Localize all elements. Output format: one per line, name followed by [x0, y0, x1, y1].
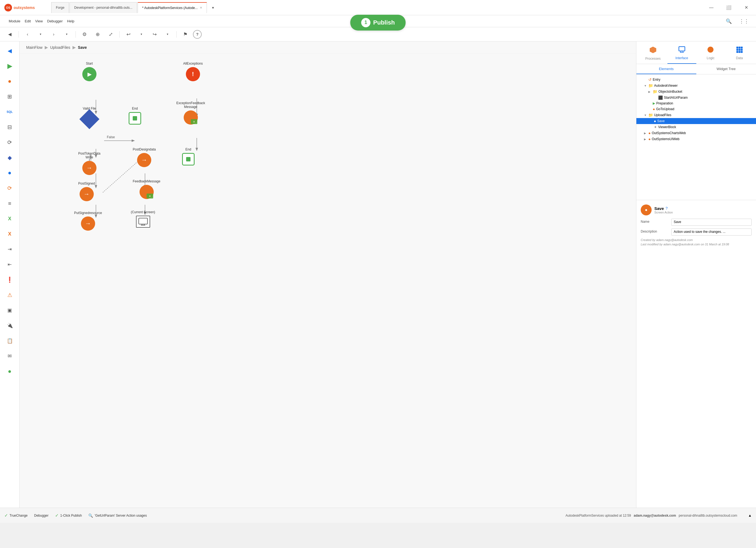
allexceptions-node[interactable]: AllExceptions !: [183, 62, 203, 81]
tree-item-uploadfiles[interactable]: ▼ 📁 UploadFiles: [636, 112, 756, 118]
tree-item-objects[interactable]: ▶ 📁 ObjectsInBucket: [636, 89, 756, 95]
tab-elements[interactable]: Elements: [636, 64, 696, 74]
statusbar-chevron[interactable]: ▲: [748, 513, 752, 517]
valid-file-diamond[interactable]: [79, 109, 99, 129]
menu-module[interactable]: Module: [7, 18, 23, 24]
undo-dropdown-btn[interactable]: ▾: [136, 29, 147, 39]
sidebar-sql-icon[interactable]: SQL: [3, 105, 17, 119]
allexceptions-circle[interactable]: !: [186, 67, 200, 81]
back-btn[interactable]: ‹: [22, 29, 33, 39]
get-url-status[interactable]: 🔍 'GetUrlParam' Server Action usages: [88, 513, 147, 518]
post-signed-arrow[interactable]: →: [80, 187, 94, 201]
sidebar-error-icon[interactable]: ❗: [3, 272, 17, 287]
sidebar-diamond-icon[interactable]: ◆: [3, 150, 17, 165]
objects-arrow[interactable]: ▶: [648, 90, 652, 93]
sidebar-blocks-icon[interactable]: ⊟: [3, 120, 17, 134]
prop-help-icon[interactable]: ?: [666, 206, 668, 210]
uploadfiles-arrow[interactable]: ▼: [644, 114, 647, 117]
tree-item-save[interactable]: ● Save: [636, 118, 756, 124]
sidebar-table-icon[interactable]: ⊞: [3, 89, 17, 104]
sidebar-screen-icon[interactable]: ▣: [3, 303, 17, 317]
move-btn[interactable]: ⤢: [105, 29, 116, 39]
tab-main[interactable]: * AutodeskPlatformServices (Autode... ✕: [138, 2, 207, 13]
add-btn[interactable]: ⊕: [92, 29, 103, 39]
back-dropdown-btn[interactable]: ▾: [35, 29, 46, 39]
put-signed-arrow[interactable]: →: [81, 216, 95, 231]
tree-item-entry[interactable]: ↺ Entry: [636, 77, 756, 83]
start-circle[interactable]: ▶: [82, 67, 96, 81]
tab-processes[interactable]: Processes: [639, 44, 667, 64]
uiweb-arrow[interactable]: ▶: [644, 138, 647, 141]
help-btn[interactable]: ?: [193, 30, 202, 39]
sidebar-orange-icon[interactable]: ●: [3, 74, 17, 88]
tab-data[interactable]: Data: [725, 44, 754, 64]
fwd-btn[interactable]: ›: [48, 29, 59, 39]
tree-item-autodeskvw[interactable]: ▼ 📁 AutodeskViewer: [636, 83, 756, 89]
sidebar-mail-icon[interactable]: ✉: [3, 349, 17, 363]
menu-edit[interactable]: Edit: [23, 18, 33, 24]
tree-item-viewerblock[interactable]: ✦ ViewerBlock: [636, 124, 756, 130]
end-square[interactable]: [129, 112, 141, 125]
sidebar-xl-green-icon[interactable]: X: [3, 211, 17, 226]
undo-btn[interactable]: ↩: [123, 29, 134, 39]
sidebar-refresh-icon[interactable]: ⟳: [3, 135, 17, 149]
current-screen-node[interactable]: (Current Screen): [131, 210, 155, 228]
settings-btn[interactable]: ⚙: [79, 29, 90, 39]
tab-forge[interactable]: Forge: [51, 2, 69, 13]
valid-file-node[interactable]: Vaild File: [82, 107, 96, 126]
post-signed-node[interactable]: PostSigned →: [78, 181, 95, 201]
menu-help[interactable]: Help: [65, 18, 77, 24]
tab-logic[interactable]: Logic: [696, 44, 725, 64]
charts-arrow[interactable]: ▶: [644, 132, 647, 135]
sidebar-circle-refresh-icon[interactable]: ⟳: [3, 181, 17, 195]
menu-debugger[interactable]: Debugger: [45, 18, 65, 24]
publish-button[interactable]: 1 Publish: [350, 15, 406, 31]
sidebar-collapse-icon[interactable]: ◀: [3, 44, 17, 58]
tab-dropdown-btn[interactable]: ▾: [207, 3, 218, 13]
post-designdata-node[interactable]: PostDesigndata →: [133, 147, 156, 167]
sidebar-note-icon[interactable]: 📋: [3, 334, 17, 348]
sidebar-xl-orange-icon[interactable]: X: [3, 227, 17, 241]
end2-node[interactable]: End: [182, 147, 195, 165]
truechange-status[interactable]: ✓ TrueChange: [4, 513, 28, 518]
sidebar-green-circle-icon[interactable]: ●: [3, 364, 17, 379]
current-screen-icon[interactable]: [136, 216, 150, 228]
flag-btn[interactable]: ⚑: [180, 29, 191, 39]
apps-button[interactable]: ⋮⋮: [739, 16, 749, 26]
sidebar-circle-icon[interactable]: ●: [3, 166, 17, 180]
sidebar-toggle-btn[interactable]: ◀: [4, 29, 15, 39]
breadcrumb-uploadfiles[interactable]: UploadFiles: [50, 45, 70, 50]
end2-square[interactable]: [182, 153, 195, 165]
sidebar-push-in-icon[interactable]: ⇥: [3, 242, 17, 256]
sidebar-push-out-icon[interactable]: ⇤: [3, 257, 17, 271]
autodesk-vw-arrow[interactable]: ▼: [644, 84, 647, 87]
debugger-status[interactable]: Debugger: [34, 514, 49, 517]
put-signed-node[interactable]: PutSignedresource →: [74, 211, 102, 231]
exception-feedback-circle[interactable]: ≡: [184, 110, 198, 125]
tab-dev[interactable]: Development - personal-dihna8tb.outs...: [69, 2, 137, 13]
sidebar-play-icon[interactable]: ▶: [3, 59, 17, 73]
end-node[interactable]: End: [129, 107, 141, 125]
tab-interface[interactable]: Interface: [667, 44, 696, 64]
sidebar-warning-icon[interactable]: ⚠: [3, 288, 17, 302]
sidebar-lines-icon[interactable]: ≡: [3, 196, 17, 210]
maximize-button[interactable]: ⬜: [723, 2, 734, 13]
close-button[interactable]: ✕: [741, 2, 752, 13]
name-input[interactable]: Save: [671, 219, 752, 226]
desc-input[interactable]: Action used to save the changes. ...: [671, 228, 752, 235]
feedback-msg-node[interactable]: FeedbackMessage ≡: [133, 179, 160, 199]
tree-item-uiweb[interactable]: ▶ ● OutSystemsUIWeb: [636, 136, 756, 142]
start-node[interactable]: Start ▶: [82, 62, 96, 81]
tree-item-starturl[interactable]: ⬛ StartAtUrlParam: [636, 95, 756, 101]
sidebar-plugin-icon[interactable]: 🔌: [3, 319, 17, 333]
tree-item-charts[interactable]: ▶ ● OutSystemsChartsWeb: [636, 130, 756, 136]
breadcrumb-mainflow[interactable]: MainFlow: [26, 45, 43, 50]
feedback-msg-circle[interactable]: ≡: [140, 185, 154, 199]
tab-close-icon[interactable]: ✕: [200, 6, 202, 10]
valid-file-diamond-wrap[interactable]: [82, 112, 96, 126]
redo-btn[interactable]: ↪: [149, 29, 160, 39]
tree-item-preparation[interactable]: ▶ Preparation: [636, 101, 756, 106]
minimize-button[interactable]: —: [706, 2, 717, 13]
fwd-dropdown-btn[interactable]: ▾: [61, 29, 72, 39]
post-token-node[interactable]: PostTokenDataWrite →: [78, 151, 100, 175]
